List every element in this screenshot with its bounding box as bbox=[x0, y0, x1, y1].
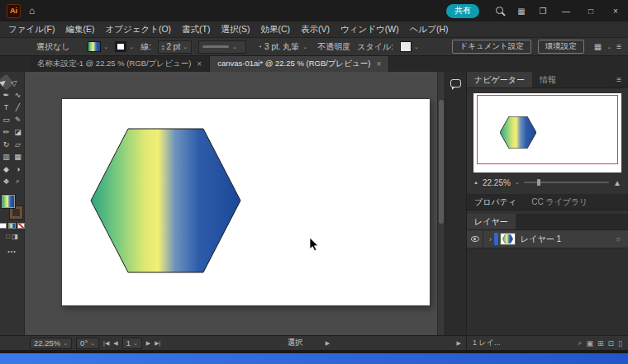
rectangle-tool[interactable]: ▭ bbox=[1, 113, 12, 125]
chevron-down-icon[interactable]: ⌄ bbox=[607, 44, 611, 50]
stroke-width-input[interactable]: ▴ ▾ 2 pt ⌄ bbox=[158, 40, 192, 54]
fill-color-well[interactable] bbox=[2, 195, 15, 208]
artboard-number-select[interactable]: 1 ⌄ bbox=[122, 338, 142, 349]
mesh-tool[interactable]: ▦ bbox=[12, 150, 23, 163]
gradient-button[interactable] bbox=[8, 223, 16, 229]
fill-stroke-proxy[interactable] bbox=[2, 195, 22, 219]
document-tab-untitled[interactable]: 名称未設定-1 @ 22.25 % (RGB/プレビュー) × bbox=[30, 56, 210, 72]
canvas-area[interactable] bbox=[25, 72, 445, 335]
opacity-label[interactable]: 不透明度 bbox=[317, 41, 350, 53]
delete-layer-icon[interactable]: ▯ bbox=[618, 339, 622, 347]
tab-navigator[interactable]: ナビゲーター bbox=[467, 72, 532, 87]
tab-layers[interactable]: レイヤー bbox=[467, 214, 516, 229]
navigator-zoom-value[interactable]: 22.25% bbox=[483, 178, 511, 187]
menu-window[interactable]: ウィンドウ(W) bbox=[340, 24, 399, 35]
document-setup-button[interactable]: ドキュメント設定 bbox=[452, 40, 530, 54]
scrollbar-thumb[interactable] bbox=[439, 100, 444, 224]
maximize-button[interactable]: □ bbox=[578, 0, 603, 21]
tab-cc-libraries[interactable]: CC ライブラリ bbox=[524, 194, 595, 210]
menu-view[interactable]: 表示(V) bbox=[301, 24, 330, 35]
stepper-down-icon[interactable]: ▾ bbox=[162, 47, 164, 50]
preferences-button[interactable]: 環境設定 bbox=[538, 40, 584, 54]
pen-tool[interactable]: ✒ bbox=[1, 88, 12, 101]
close-button[interactable]: × bbox=[603, 0, 628, 21]
chevron-down-icon[interactable]: ⌄ bbox=[183, 44, 188, 50]
next-artboard-button[interactable]: ▶ bbox=[146, 340, 150, 347]
brush-dropdown[interactable]: ・3 pt. 丸筆 ⌄ bbox=[253, 40, 311, 54]
vertical-scrollbar[interactable] bbox=[437, 72, 445, 335]
control-panel-menu-icon[interactable]: ≡ bbox=[616, 42, 621, 51]
type-tool[interactable]: T bbox=[1, 101, 12, 113]
menu-effect[interactable]: 効果(C) bbox=[260, 24, 290, 35]
locate-object-icon[interactable]: ⌕ bbox=[578, 338, 582, 347]
expand-chevron-icon[interactable]: › bbox=[489, 235, 492, 243]
arrange-documents-icon[interactable]: ❐ bbox=[532, 0, 554, 21]
layer-target-icon[interactable]: ○ bbox=[616, 235, 621, 243]
minimize-button[interactable]: — bbox=[554, 0, 578, 21]
zoom-out-icon[interactable]: ▲ bbox=[473, 180, 478, 185]
paintbrush-tool[interactable]: ✎ bbox=[12, 113, 23, 125]
share-button[interactable]: 共有 bbox=[446, 4, 479, 18]
home-icon[interactable]: ⌂ bbox=[29, 5, 35, 17]
color-button[interactable] bbox=[0, 223, 7, 229]
scale-tool[interactable]: ▱ bbox=[12, 138, 23, 150]
hexagon-shape[interactable] bbox=[25, 72, 445, 335]
pencil-tool[interactable]: ✏ bbox=[1, 125, 12, 138]
tab-properties[interactable]: プロパティ bbox=[467, 194, 524, 210]
search-icon[interactable] bbox=[489, 0, 511, 21]
illustrator-app-icon[interactable]: Ai bbox=[7, 4, 21, 18]
none-button[interactable] bbox=[17, 223, 25, 229]
clipping-mask-icon[interactable]: ▣ bbox=[586, 339, 593, 347]
last-artboard-button[interactable]: ▶| bbox=[155, 340, 160, 347]
width-profile-dropdown[interactable]: ⌄ bbox=[198, 40, 246, 54]
blend-tool[interactable]: ◑ bbox=[12, 163, 23, 175]
first-artboard-button[interactable]: |◀ bbox=[103, 340, 109, 347]
scroll-right-icon[interactable]: ▶ bbox=[457, 340, 461, 347]
document-tab-canvas-01[interactable]: canvas-01ai* @ 22.25 % (RGB/プレビュー) × bbox=[210, 56, 389, 72]
tab-label: 名称未設定-1 @ 22.25 % (RGB/プレビュー) bbox=[37, 59, 191, 69]
navigator-proxy-rect[interactable] bbox=[477, 95, 618, 164]
visibility-toggle[interactable] bbox=[467, 230, 483, 248]
gradient-tool[interactable]: ▥ bbox=[1, 150, 12, 163]
previous-artboard-button[interactable]: ◀ bbox=[113, 340, 117, 347]
tab-close-icon[interactable]: × bbox=[376, 59, 381, 69]
eraser-tool[interactable]: ◪ bbox=[12, 125, 23, 138]
menu-select[interactable]: 選択(S) bbox=[221, 24, 250, 35]
menu-object[interactable]: オブジェクト(O) bbox=[105, 24, 171, 35]
fill-color-dropdown[interactable]: ⌄ bbox=[88, 41, 108, 52]
stepper-arrows[interactable]: ▴ ▾ bbox=[162, 44, 164, 50]
tab-info[interactable]: 情報 bbox=[532, 72, 564, 87]
chevron-down-icon[interactable]: ⌄ bbox=[515, 179, 520, 186]
status-play-icon[interactable]: ▶ bbox=[326, 340, 330, 347]
draw-normal-icon[interactable]: □ bbox=[6, 233, 10, 240]
navigator-preview[interactable] bbox=[473, 93, 621, 173]
rotation-select[interactable]: 0° ⌄ bbox=[76, 338, 99, 349]
eyedropper-tool[interactable]: ◆ bbox=[1, 163, 12, 175]
tab-close-icon[interactable]: × bbox=[197, 59, 202, 69]
menu-type[interactable]: 書式(T) bbox=[182, 24, 210, 35]
stroke-color-dropdown[interactable]: ⌄ bbox=[115, 41, 134, 52]
edit-toolbar-ellipsis[interactable]: ••• bbox=[7, 248, 16, 254]
hand-tool[interactable]: ❖ bbox=[1, 175, 12, 187]
zoom-select[interactable]: 22.25% ⌄ bbox=[30, 338, 72, 349]
zoom-tool[interactable]: ⌕ bbox=[12, 175, 23, 187]
new-sublayer-icon[interactable]: ⊞ bbox=[597, 339, 604, 347]
workspace-switcher-icon[interactable]: ▦ bbox=[511, 0, 532, 21]
stroke-color-well[interactable] bbox=[10, 206, 22, 219]
comments-icon[interactable] bbox=[450, 79, 461, 87]
layer-name[interactable]: レイヤー 1 bbox=[521, 234, 561, 245]
style-dropdown[interactable]: ⌄ bbox=[400, 41, 419, 52]
layer-thumbnail[interactable] bbox=[500, 233, 516, 245]
layer-row[interactable]: › レイヤー 1 ○ bbox=[467, 230, 628, 248]
panel-menu-icon[interactable]: ≡ bbox=[616, 75, 628, 84]
zoom-in-icon[interactable]: ▲ bbox=[613, 178, 621, 187]
draw-behind-icon[interactable]: ◨ bbox=[12, 233, 18, 240]
panel-grid-icon[interactable]: ▦ bbox=[594, 42, 602, 51]
rotate-tool[interactable]: ↻ bbox=[1, 138, 12, 150]
menu-help[interactable]: ヘルプ(H) bbox=[410, 24, 449, 35]
line-segment-tool[interactable]: ╱ bbox=[12, 101, 23, 113]
zoom-slider[interactable] bbox=[524, 182, 609, 183]
menu-file[interactable]: ファイル(F) bbox=[8, 24, 55, 35]
menu-edit[interactable]: 編集(E) bbox=[65, 24, 94, 35]
new-layer-icon[interactable]: ⊡ bbox=[608, 339, 615, 347]
